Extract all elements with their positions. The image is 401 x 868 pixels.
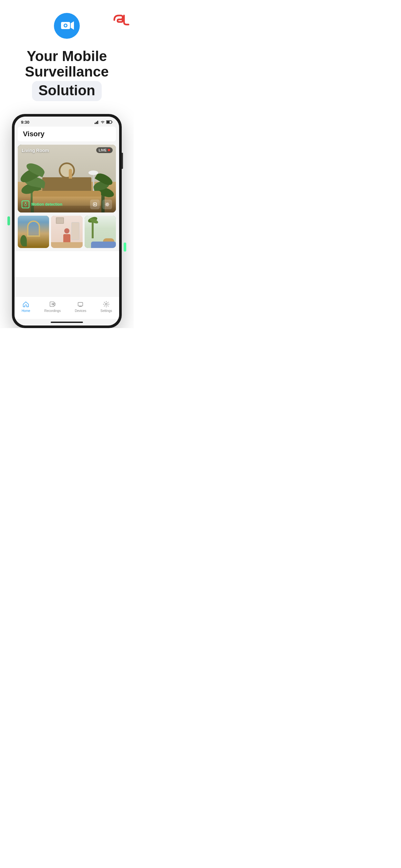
camera-thumbnail-grid	[18, 216, 116, 248]
camera-thumb-3[interactable]	[85, 216, 116, 248]
top-section: Your Mobile Surveillance Solution 9:30	[0, 0, 134, 328]
svg-rect-5	[96, 122, 97, 124]
side-indicator-right	[124, 243, 126, 252]
main-camera-feed[interactable]: Living Room LIVE	[18, 145, 116, 213]
live-badge: LIVE	[96, 147, 113, 153]
tab-recordings-label: Recordings	[44, 309, 61, 313]
svg-rect-6	[97, 121, 98, 124]
motion-person-icon	[23, 202, 28, 207]
svg-rect-4	[95, 123, 96, 124]
motion-detection-indicator: Motion detection	[22, 200, 62, 208]
camera-bottom-bar: Motion detection	[18, 196, 116, 213]
status-icons	[95, 120, 113, 124]
headline-line2: Surveillance	[25, 64, 109, 80]
svg-point-20	[105, 303, 107, 305]
camera-icon	[60, 19, 74, 33]
svg-marker-12	[94, 204, 96, 205]
svg-rect-9	[106, 121, 110, 123]
phone-outer: 9:30	[12, 114, 122, 328]
signal-icon	[95, 120, 99, 124]
tab-settings[interactable]: Settings	[100, 301, 112, 313]
recordings-icon	[49, 301, 56, 308]
camera-controls	[90, 199, 112, 209]
sideboard	[42, 177, 91, 192]
phone-side-button	[122, 153, 123, 169]
tab-devices-label: Devices	[75, 309, 87, 313]
motion-text: Motion detection	[31, 202, 62, 207]
phone-white-space	[14, 251, 119, 277]
record-icon	[93, 202, 97, 207]
camera-room-label: Living Room	[22, 148, 49, 153]
camera-settings-button[interactable]	[102, 199, 112, 209]
phone-mockup: 9:30	[12, 114, 122, 328]
headline: Your Mobile Surveillance Solution	[19, 49, 115, 101]
camera-thumb-2[interactable]	[51, 216, 82, 248]
battery-icon	[106, 120, 113, 124]
settings-icon	[103, 301, 110, 308]
live-dot	[108, 149, 110, 151]
app-title: Visory	[23, 130, 44, 138]
status-time: 9:30	[21, 120, 29, 125]
svg-rect-7	[98, 120, 99, 124]
headline-line3: Solution	[38, 82, 95, 98]
status-bar: 9:30	[14, 117, 119, 127]
svg-point-13	[106, 204, 108, 205]
app-icon[interactable]	[54, 13, 80, 39]
side-indicator-left	[7, 216, 10, 225]
svg-marker-15	[52, 303, 54, 305]
tab-home[interactable]: Home	[22, 301, 30, 313]
svg-point-10	[25, 203, 26, 204]
devices-icon	[77, 301, 84, 308]
settings-gear-icon	[105, 202, 110, 207]
tab-recordings[interactable]: Recordings	[44, 301, 61, 313]
mirror	[59, 162, 75, 179]
tab-bar: Home Recordings	[14, 297, 119, 319]
red-brand-icon	[112, 13, 128, 26]
svg-marker-1	[71, 21, 74, 30]
tab-settings-label: Settings	[100, 309, 112, 313]
tab-home-label: Home	[22, 309, 30, 313]
phone-inner: 9:30	[14, 117, 119, 326]
vase	[69, 169, 72, 179]
tab-devices[interactable]: Devices	[75, 301, 87, 313]
home-icon	[22, 301, 29, 308]
svg-rect-17	[78, 302, 83, 306]
headline-line1: Your Mobile	[27, 48, 107, 64]
app-header: Visory	[18, 127, 116, 142]
svg-point-3	[65, 25, 66, 27]
camera-thumb-1[interactable]	[18, 216, 49, 248]
motion-icon	[22, 200, 29, 208]
wifi-icon	[100, 120, 105, 124]
record-button[interactable]	[90, 199, 100, 209]
bottom-spacer	[14, 323, 119, 326]
